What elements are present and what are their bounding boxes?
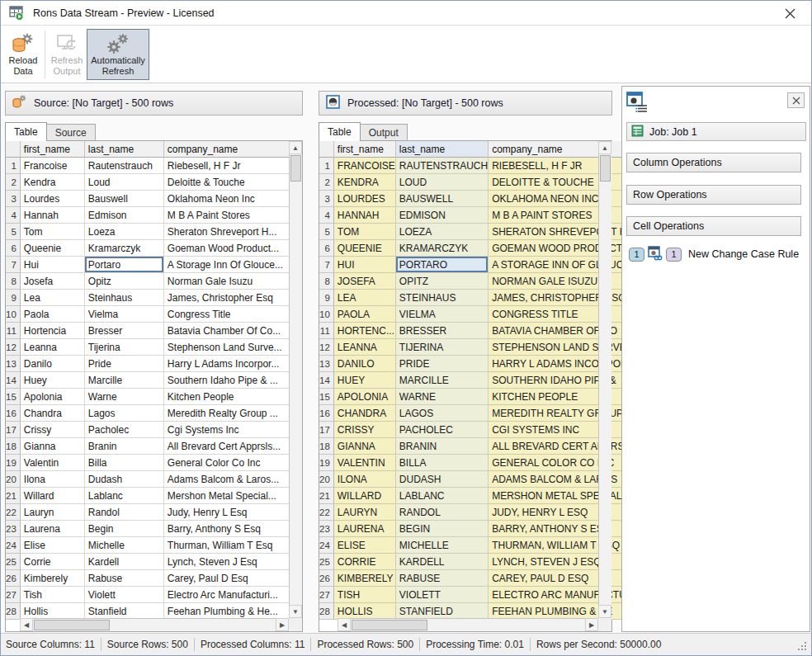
table-cell[interactable]: RIEBESELL, H F JR <box>489 158 637 174</box>
scroll-down-icon[interactable]: ▼ <box>598 605 611 618</box>
table-cell[interactable]: Queenie <box>21 240 85 257</box>
row-number[interactable]: 13 <box>6 356 21 372</box>
table-cell[interactable]: BRESSER <box>396 323 489 339</box>
row-number[interactable]: 17 <box>319 422 334 438</box>
table-cell[interactable]: Feehan Plumbing & He... <box>164 603 291 620</box>
table-cell[interactable]: CHANDRA <box>334 405 396 422</box>
table-cell[interactable]: Elise <box>21 537 85 554</box>
table-cell[interactable]: CGI SYSTEMS INC <box>489 422 637 438</box>
row-number[interactable]: 11 <box>319 323 334 339</box>
table-cell[interactable]: Edmison <box>85 207 164 224</box>
table-cell[interactable]: RABUSE <box>396 570 489 587</box>
section-row-operations[interactable]: Row Operations <box>626 185 801 205</box>
row-number[interactable]: 6 <box>6 240 21 257</box>
table-cell[interactable]: Southern Idaho Pipe & ... <box>164 372 291 389</box>
table-cell[interactable]: WARNE <box>396 389 489 405</box>
row-number[interactable]: 12 <box>6 339 21 356</box>
row-number[interactable]: 26 <box>6 570 21 587</box>
table-cell[interactable]: BAUSWELL <box>396 191 489 207</box>
table-cell[interactable]: LEANNA <box>334 339 396 356</box>
table-cell[interactable]: ILONA <box>334 471 396 488</box>
row-number[interactable]: 23 <box>319 521 334 537</box>
table-cell[interactable]: THURMAN, WILLIAM T ESQ <box>489 537 637 554</box>
table-cell[interactable]: LOUD <box>396 174 489 191</box>
table-cell[interactable]: Stanfield <box>85 603 164 620</box>
table-cell[interactable]: PACHOLEC <box>396 422 489 438</box>
horizontal-scrollbar[interactable]: ◀ ▶ <box>20 618 289 631</box>
table-cell[interactable]: HOLLIS <box>334 603 396 620</box>
table-cell[interactable]: Tish <box>21 587 85 603</box>
table-cell[interactable]: Huey <box>21 372 85 389</box>
row-number[interactable]: 25 <box>319 554 334 570</box>
table-cell[interactable]: Judy, Henry L Esq <box>164 504 291 521</box>
table-cell[interactable]: Billa <box>85 455 164 471</box>
table-cell[interactable]: Michelle <box>85 537 164 554</box>
table-cell[interactable]: BATAVIA CHAMBER OF CO <box>489 323 637 339</box>
table-cell[interactable]: Ilona <box>21 471 85 488</box>
table-cell[interactable]: James, Christopher Esq <box>164 290 291 306</box>
row-number[interactable]: 28 <box>6 603 21 620</box>
table-cell[interactable]: Leanna <box>21 339 85 356</box>
scroll-right-icon[interactable]: ▶ <box>585 618 598 631</box>
table-cell[interactable]: MEREDITH REALTY GROUP <box>489 405 637 422</box>
table-cell[interactable]: JUDY, HENRY L ESQ <box>489 504 637 521</box>
table-cell[interactable]: TISH <box>334 587 396 603</box>
table-cell[interactable]: RAUTENSTRAUCH <box>396 158 489 174</box>
column-header-last_name[interactable]: last_name <box>85 141 164 158</box>
table-cell[interactable]: Bauswell <box>85 191 164 207</box>
row-number[interactable]: 16 <box>319 405 334 422</box>
table-cell[interactable]: Tijerina <box>85 339 164 356</box>
table-cell[interactable]: BEGIN <box>396 521 489 537</box>
table-cell[interactable]: Rautenstrauch <box>85 158 164 174</box>
row-number[interactable]: 9 <box>319 290 334 306</box>
row-number[interactable]: 11 <box>6 323 21 339</box>
table-cell[interactable]: Laurena <box>21 521 85 537</box>
table-cell[interactable]: TOM <box>334 224 396 240</box>
column-header-first_name[interactable]: first_name <box>21 141 85 158</box>
row-number[interactable]: 23 <box>6 521 21 537</box>
table-cell[interactable]: BARRY, ANTHONY S ESQ <box>489 521 637 537</box>
table-cell[interactable]: ADAMS BALCOM & LAROS <box>489 471 637 488</box>
scrollbar-thumb[interactable] <box>290 155 301 182</box>
section-column-operations[interactable]: Column Operations <box>626 153 801 172</box>
table-cell[interactable]: Begin <box>85 521 164 537</box>
row-number[interactable]: 28 <box>319 603 334 620</box>
row-number[interactable]: 10 <box>319 306 334 323</box>
table-cell[interactable]: LEA <box>334 290 396 306</box>
table-cell[interactable]: RANDOL <box>396 504 489 521</box>
table-cell[interactable]: KIMBERELY <box>334 570 396 587</box>
row-number[interactable]: 3 <box>6 191 21 207</box>
row-number[interactable]: 20 <box>319 471 334 488</box>
table-cell[interactable]: Warne <box>85 389 164 405</box>
table-cell[interactable]: GENERAL COLOR CO INC <box>489 455 637 471</box>
table-cell[interactable]: LABLANC <box>396 488 489 504</box>
table-cell[interactable]: PORTARO <box>396 257 489 273</box>
table-cell[interactable]: STEPHENSON LAND SURVE <box>489 339 637 356</box>
scroll-up-icon[interactable]: ▲ <box>289 141 302 154</box>
table-cell[interactable]: Hollis <box>21 603 85 620</box>
table-cell[interactable]: Lagos <box>85 405 164 422</box>
table-cell[interactable]: Kendra <box>21 174 85 191</box>
table-cell[interactable]: Tom <box>21 224 85 240</box>
table-cell[interactable]: Riebesell, H F Jr <box>164 158 291 174</box>
scrollbar-thumb[interactable] <box>34 620 110 630</box>
table-cell[interactable]: Randol <box>85 504 164 521</box>
resize-grip[interactable] <box>798 642 808 652</box>
table-cell[interactable]: All Brevard Cert Apprsls... <box>164 438 291 455</box>
table-cell[interactable]: Valentin <box>21 455 85 471</box>
table-cell[interactable]: Batavia Chamber Of Co... <box>164 323 291 339</box>
table-cell[interactable]: Lynch, Steven J Esq <box>164 554 291 570</box>
table-cell[interactable]: NORMAN GALE ISUZU <box>489 273 637 290</box>
row-number[interactable]: 5 <box>319 224 334 240</box>
table-cell[interactable]: KITCHEN PEOPLE <box>489 389 637 405</box>
table-cell[interactable]: Hannah <box>21 207 85 224</box>
table-cell[interactable]: HANNAH <box>334 207 396 224</box>
table-cell[interactable]: Carey, Paul D Esq <box>164 570 291 587</box>
table-cell[interactable]: Thurman, William T Esq <box>164 537 291 554</box>
row-number[interactable]: 16 <box>6 405 21 422</box>
table-cell[interactable]: Hui <box>21 257 85 273</box>
row-number[interactable]: 1 <box>6 158 21 174</box>
table-cell[interactable]: Rabuse <box>85 570 164 587</box>
table-cell[interactable]: Dudash <box>85 471 164 488</box>
table-cell[interactable]: OKLAHOMA NEON INC <box>489 191 637 207</box>
